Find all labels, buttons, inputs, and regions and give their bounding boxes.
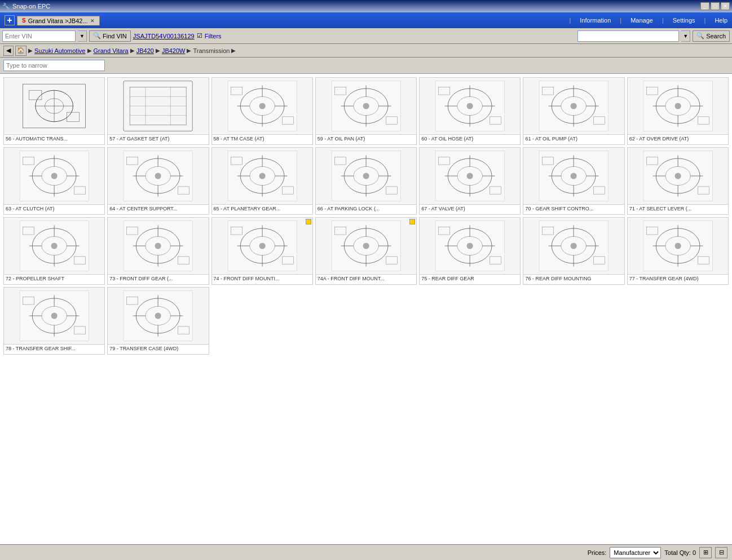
part-card-59[interactable]: 59 - AT OIL PAN (AT) (315, 77, 417, 145)
part-label-58: 58 - AT TM CASE (AT) (212, 134, 312, 144)
menu-information[interactable]: Information (580, 17, 611, 24)
home-button[interactable]: 🏠 (15, 46, 27, 56)
vin-dropdown[interactable]: ▼ (78, 30, 87, 42)
sep2: | (620, 17, 621, 24)
part-label-63: 63 - AT CLUTCH (AT) (4, 204, 104, 214)
part-label-64: 64 - AT CENTER SUPPORT... (108, 204, 208, 214)
part-image-70 (523, 148, 624, 204)
part-card-64[interactable]: 64 - AT CENTER SUPPORT... (107, 147, 209, 215)
part-card-57[interactable]: 57 - AT GASKET SET (AT) (107, 77, 209, 145)
arrow3: ▶ (130, 47, 135, 54)
breadcrumb: ◀ 🏠 ▶ Suzuki Automotive ▶ Grand Vitara ▶… (0, 44, 732, 58)
yellow-indicator-74 (306, 219, 311, 224)
main-tab[interactable]: S Grand Vitara >JB42... ✕ (17, 16, 100, 25)
search-input[interactable] (577, 30, 679, 42)
part-label-74A: 74A - FRONT DIFF MOUNT... (316, 274, 416, 284)
parts-grid: 56 - AUTOMATIC TRANS... 57 - AT GASKET S… (3, 77, 729, 355)
maximize-button[interactable]: □ (711, 2, 720, 10)
part-card-65[interactable]: 65 - AT PLANETARY GEAR... (211, 147, 313, 215)
filters-link[interactable]: Filters (205, 33, 222, 39)
part-image-73 (108, 218, 208, 274)
back-button[interactable]: ◀ (3, 46, 14, 56)
part-image-64 (108, 148, 208, 204)
part-card-58[interactable]: 58 - AT TM CASE (AT) (211, 77, 313, 145)
arrow5: ▶ (187, 47, 191, 54)
crumb-jb420w[interactable]: JB420W (162, 47, 186, 54)
part-card-63[interactable]: 63 - AT CLUTCH (AT) (3, 147, 105, 215)
part-card-74[interactable]: 74 - FRONT DIFF MOUNTI... (211, 217, 313, 285)
search-dropdown[interactable]: ▼ (681, 30, 690, 42)
part-image-62 (628, 78, 728, 134)
filter-checkbox[interactable]: ☑ (197, 32, 202, 39)
sep1: | (569, 17, 571, 24)
part-label-65: 65 - AT PLANETARY GEAR... (212, 204, 312, 214)
part-image-65 (212, 148, 312, 204)
part-card-70[interactable]: 70 - GEAR SHIFT CONTRO... (523, 147, 624, 215)
part-label-74: 74 - FRONT DIFF MOUNTI... (212, 274, 312, 284)
vin-input[interactable] (2, 30, 76, 42)
sep4: | (704, 17, 706, 24)
part-label-67: 67 - AT VALVE (AT) (420, 204, 520, 214)
menu-manage[interactable]: Manage (630, 17, 653, 24)
part-card-79[interactable]: 79 - TRANSFER CASE (4WD) (107, 287, 209, 355)
status-icon2[interactable]: ⊟ (715, 547, 727, 558)
part-card-61[interactable]: 61 - AT OIL PUMP (AT) (523, 77, 624, 145)
part-card-74A[interactable]: 74A - FRONT DIFF MOUNT... (315, 217, 417, 285)
part-card-60[interactable]: 60 - AT OIL HOSE (AT) (419, 77, 521, 145)
part-card-76[interactable]: 76 - REAR DIFF MOUNTING (523, 217, 624, 285)
crumb-transmission: Transmission (193, 47, 230, 54)
crumb-grand-vitara[interactable]: Grand Vitara (94, 47, 129, 54)
new-tab-button[interactable]: + (5, 15, 15, 25)
part-image-56 (4, 78, 104, 134)
suzuki-icon: S (22, 17, 26, 24)
part-card-75[interactable]: 75 - REAR DIFF GEAR (419, 217, 521, 285)
part-label-78: 78 - TRANSFER GEAR SHIF... (4, 344, 104, 354)
part-image-58 (212, 78, 312, 134)
svg-point-137 (51, 242, 58, 249)
part-card-78[interactable]: 78 - TRANSFER GEAR SHIF... (3, 287, 105, 355)
part-image-75 (420, 218, 520, 274)
part-label-59: 59 - AT OIL PAN (AT) (316, 134, 416, 144)
svg-point-157 (259, 242, 265, 249)
minimize-button[interactable]: _ (700, 2, 709, 10)
tab-close-button[interactable]: ✕ (90, 18, 95, 24)
search-button[interactable]: 🔍 Search (693, 30, 730, 42)
prices-select[interactable]: Manufacturer List Net (610, 547, 661, 558)
close-button[interactable]: ✕ (721, 2, 730, 10)
menu-bar-right: | Information | Manage | Settings | Help (567, 17, 727, 24)
part-card-66[interactable]: 66 - AT PARKING LOCK (... (315, 147, 417, 215)
part-card-67[interactable]: 67 - AT VALVE (AT) (419, 147, 521, 215)
part-label-77: 77 - TRANSFER GEAR (4WD) (628, 274, 728, 284)
vin-value[interactable]: JSAJTD54V00136129 (133, 33, 195, 39)
arrow6: ▶ (231, 47, 236, 54)
part-label-61: 61 - AT OIL PUMP (AT) (523, 134, 624, 144)
search-label: Search (706, 33, 726, 39)
find-vin-button[interactable]: 🔍 Find VIN (89, 30, 131, 42)
title-bar-controls: _ □ ✕ (700, 2, 730, 10)
part-card-62[interactable]: 62 - AT OVER DRIVE (AT) (627, 77, 729, 145)
svg-point-207 (51, 312, 58, 319)
status-icon1[interactable]: ⊞ (699, 547, 712, 558)
svg-point-77 (155, 173, 161, 179)
svg-rect-5 (29, 90, 42, 100)
narrow-input[interactable] (3, 60, 105, 71)
part-card-72[interactable]: 72 - PROPELLER SHAFT (3, 217, 105, 285)
svg-point-217 (155, 312, 161, 319)
part-card-56[interactable]: 56 - AUTOMATIC TRANS... (3, 77, 105, 145)
crumb-suzuki[interactable]: Suzuki Automotive (34, 47, 86, 54)
svg-point-187 (571, 242, 577, 249)
menu-help[interactable]: Help (715, 17, 727, 24)
part-image-74 (212, 218, 312, 274)
part-label-71: 71 - AT SELECT LEVER (... (628, 204, 728, 214)
part-image-66 (316, 148, 416, 204)
part-label-57: 57 - AT GASKET SET (AT) (108, 134, 208, 144)
menu-settings[interactable]: Settings (673, 17, 695, 24)
crumb-jb420[interactable]: JB420 (136, 47, 154, 54)
part-image-60 (420, 78, 520, 134)
arrow1: ▶ (28, 47, 33, 54)
part-card-77[interactable]: 77 - TRANSFER GEAR (4WD) (627, 217, 729, 285)
svg-point-17 (259, 103, 265, 109)
svg-rect-6 (67, 112, 79, 122)
part-card-73[interactable]: 73 - FRONT DIFF GEAR (... (107, 217, 209, 285)
part-card-71[interactable]: 71 - AT SELECT LEVER (... (627, 147, 729, 215)
